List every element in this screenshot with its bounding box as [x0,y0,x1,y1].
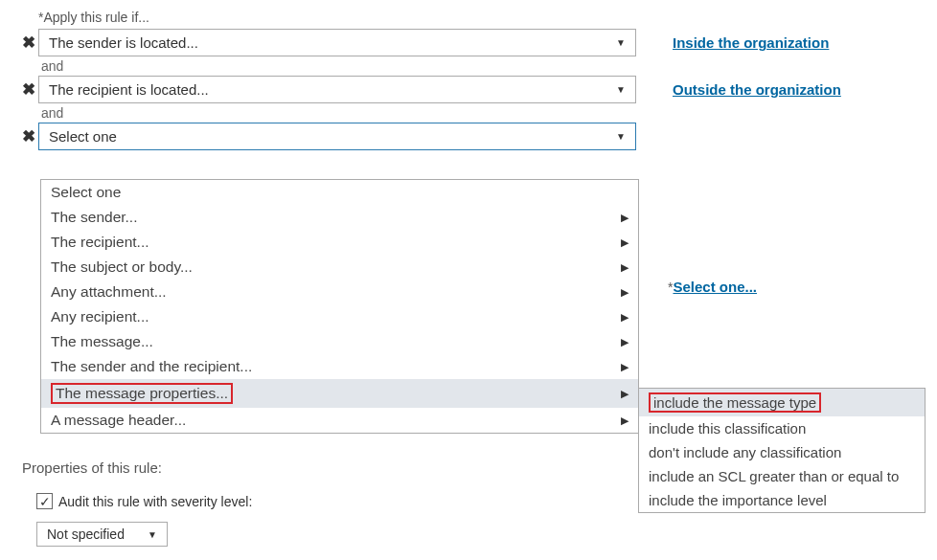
message-properties-submenu: include the message type include this cl… [638,388,926,513]
and-label-2: and [41,105,918,121]
submenu-classification[interactable]: include this classification [639,416,925,440]
option-attachment[interactable]: Any attachment...▶ [41,280,638,304]
option-message[interactable]: The message...▶ [41,329,638,354]
chevron-right-icon: ▶ [621,212,628,224]
submenu-message-type[interactable]: include the message type [639,389,925,416]
option-message-header[interactable]: A message header...▶ [41,408,638,433]
submenu-scl[interactable]: include an SCL greater than or equal to [639,464,925,488]
condition-options-list: Select one The sender...▶ The recipient.… [40,179,639,434]
submenu-no-classification[interactable]: don't include any classification [639,440,925,464]
condition-2-link[interactable]: Outside the organization [673,81,841,98]
severity-value: Not specified [47,526,125,542]
properties-label: Properties of this rule: [22,459,162,476]
chevron-right-icon: ▶ [621,286,628,299]
chevron-right-icon: ▶ [621,336,628,348]
condition-3-dropdown[interactable]: Select one ▼ [38,123,636,150]
caret-icon: ▼ [616,37,626,48]
submenu-importance[interactable]: include the importance level [639,488,925,512]
remove-condition-1[interactable]: ✖ [19,33,38,53]
option-sender-recipient[interactable]: The sender and the recipient...▶ [41,354,638,379]
select-one-link[interactable]: Select one... [673,279,757,295]
caret-icon: ▼ [148,529,157,540]
chevron-right-icon: ▶ [621,236,628,249]
caret-icon: ▼ [616,131,626,142]
condition-1-dropdown[interactable]: The sender is located... ▼ [38,29,636,56]
apply-rule-label: *Apply this rule if... [38,10,918,25]
chevron-right-icon: ▶ [621,311,628,324]
condition-2-dropdown[interactable]: The recipient is located... ▼ [38,76,636,103]
chevron-right-icon: ▶ [621,261,628,274]
caret-icon: ▼ [616,84,626,95]
option-any-recipient[interactable]: Any recipient...▶ [41,304,638,329]
remove-condition-2[interactable]: ✖ [19,79,38,100]
option-message-properties[interactable]: The message properties...▶ [41,379,638,408]
option-subject-body[interactable]: The subject or body...▶ [41,255,638,280]
select-one-wrapper: *Select one... [668,279,757,295]
severity-dropdown[interactable]: Not specified ▼ [36,522,168,547]
condition-2-text: The recipient is located... [49,81,209,98]
and-label-1: and [41,58,918,74]
remove-condition-3[interactable]: ✖ [19,126,38,146]
condition-3-text: Select one [49,128,117,145]
chevron-right-icon: ▶ [621,414,628,427]
audit-checkbox[interactable]: ✓ [36,493,53,509]
audit-label: Audit this rule with severity level: [58,494,252,509]
condition-1-link[interactable]: Inside the organization [673,34,829,51]
option-recipient[interactable]: The recipient...▶ [41,230,638,255]
chevron-right-icon: ▶ [621,388,628,400]
chevron-right-icon: ▶ [621,361,628,373]
option-sender[interactable]: The sender...▶ [41,205,638,230]
condition-1-text: The sender is located... [49,34,198,51]
option-select-one[interactable]: Select one [41,180,638,205]
